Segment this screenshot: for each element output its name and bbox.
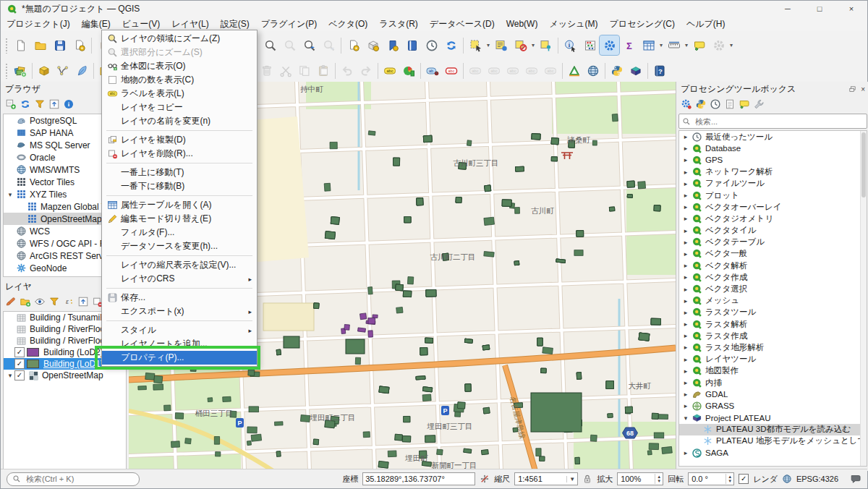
new-geojson-layer-button[interactable] (72, 61, 91, 80)
save-project-button[interactable] (50, 35, 69, 55)
tree-arrow-icon[interactable]: ▸ (681, 215, 690, 222)
python-console-button[interactable] (608, 61, 626, 80)
tree-arrow-icon[interactable]: ▸ (681, 239, 690, 246)
properties-info-button[interactable]: i (63, 98, 75, 110)
tree-arrow-icon[interactable]: ▸ (681, 180, 690, 187)
processing-item-15[interactable]: ▸ラスタツール (679, 307, 867, 318)
tree-arrow-icon[interactable]: ▸ (681, 297, 690, 305)
refresh-browser-button[interactable] (20, 98, 31, 110)
filter-by-expression-button[interactable]: ε (63, 296, 75, 307)
context-menu-item-5[interactable]: レイヤをコピー (102, 101, 257, 114)
copy-features-button[interactable] (295, 61, 314, 80)
processing-item-8[interactable]: ▸ベクタタイル (679, 225, 867, 237)
menu-item-4[interactable]: 設定(S) (215, 17, 255, 31)
zoom-next-button[interactable] (319, 35, 339, 55)
visibility-checkbox[interactable]: ✓ (14, 370, 25, 380)
tree-arrow-icon[interactable]: ▸ (681, 286, 690, 293)
redo-button[interactable] (357, 61, 375, 80)
spinner-arrows-icon[interactable]: ▲▼ (655, 474, 663, 484)
processing-item-14[interactable]: ▸メッシュ (679, 295, 867, 307)
context-menu-item-19[interactable]: スタイル▸ (102, 323, 257, 337)
context-menu-item-8[interactable]: レイヤを削除(R)... (102, 147, 257, 161)
panel-close-icon[interactable]: × (861, 85, 865, 93)
change-label-properties-button[interactable]: abc (541, 61, 560, 80)
context-menu-item-9[interactable]: 一番上に移動(T) (102, 166, 257, 179)
measure-button[interactable] (664, 35, 684, 55)
chevron-down-icon[interactable]: ▼ (566, 476, 577, 482)
context-menu-item-1[interactable]: 選択部分にズーム(S) (102, 46, 257, 59)
processing-item-27[interactable]: ▸SAGA (679, 447, 867, 459)
processing-item-5[interactable]: ▸プロット (679, 190, 867, 201)
models-button[interactable] (681, 98, 692, 110)
panel-float-icon[interactable] (848, 85, 856, 93)
layer-item-5[interactable]: ▾✓OpenStreetMap (4, 370, 126, 381)
processing-toolbox-toggle-button[interactable] (600, 35, 619, 55)
results-viewer-button[interactable] (739, 98, 750, 110)
context-menu-item-14[interactable]: データソースを変更(h)... (102, 239, 257, 253)
select-by-form-button[interactable] (491, 35, 511, 55)
zoom-last-button[interactable] (299, 35, 319, 55)
data-source-manager-button[interactable] (11, 61, 30, 80)
processing-item-20[interactable]: ▸地図製作 (679, 365, 867, 377)
identify-features-button[interactable]: i (561, 35, 580, 55)
history-button[interactable] (710, 98, 721, 110)
new-project-button[interactable] (11, 35, 30, 55)
add-group-button[interactable] (20, 296, 31, 307)
processing-item-3[interactable]: ▸ネットワーク解析 (679, 166, 867, 178)
tree-arrow-icon[interactable]: ▸ (681, 203, 690, 211)
open-layer-styling-button[interactable] (5, 296, 17, 307)
spinner-arrows-icon[interactable]: ▲▼ (726, 474, 733, 484)
tree-arrow-icon[interactable]: ▸ (681, 320, 690, 328)
context-menu-item-3[interactable]: 地物の数を表示(C) (102, 73, 257, 87)
context-menu-item-10[interactable]: 一番下に移動(B) (102, 179, 257, 193)
undo-button[interactable] (338, 61, 357, 80)
select-by-value-button[interactable] (536, 35, 556, 55)
magnifier-spin[interactable]: 100% ▲▼ (617, 472, 663, 485)
tree-arrow-icon[interactable]: ▸ (681, 262, 690, 269)
tree-arrow-icon[interactable]: ▸ (681, 133, 690, 140)
tree-arrow-icon[interactable]: ▸ (681, 449, 690, 456)
new-map-view-button[interactable] (383, 35, 402, 55)
tree-arrow-icon[interactable]: ▸ (681, 250, 690, 258)
statusbar-search[interactable] (7, 472, 140, 486)
chevron-down-icon[interactable]: ▾ (684, 42, 689, 48)
processing-item-26[interactable]: PLATEAU 地形モデルをメッシュとして読み込む (679, 435, 867, 447)
highlight-pinned-labels-button[interactable]: abc (466, 61, 485, 80)
rotate-label-button[interactable]: abc (522, 61, 541, 80)
processing-item-13[interactable]: ▸ベクタ選択 (679, 283, 867, 294)
toolbar-grip[interactable] (5, 38, 9, 54)
menu-item-12[interactable]: ヘルプ(H) (681, 17, 731, 31)
menu-item-3[interactable]: レイヤ(L) (166, 17, 215, 31)
menu-item-1[interactable]: 編集(E) (76, 17, 116, 31)
chevron-down-icon[interactable]: ▾ (485, 42, 491, 48)
chevron-down-icon[interactable]: ▾ (658, 42, 664, 48)
processing-item-7[interactable]: ▸ベクタジオメトリ (679, 213, 867, 224)
scrollbar[interactable] (860, 131, 867, 466)
open-project-button[interactable] (30, 35, 50, 55)
options-button[interactable] (753, 98, 765, 110)
select-features-button[interactable] (466, 35, 485, 55)
processing-item-12[interactable]: ▸ベクタ作成 (679, 271, 867, 283)
new-shapefile-layer-button[interactable] (54, 61, 72, 80)
plateau-plugin-button[interactable] (626, 61, 645, 80)
new-geopackage-layer-button[interactable] (35, 61, 54, 80)
context-menu-item-12[interactable]: 編集モード切り替え(E) (102, 212, 257, 226)
help-contents-button[interactable]: ? (650, 61, 669, 80)
maximize-button[interactable]: □ (804, 1, 835, 17)
menu-item-7[interactable]: ラスタ(R) (373, 17, 424, 31)
statistical-summary-button[interactable] (580, 35, 600, 55)
new-bookmark-button[interactable] (344, 35, 363, 55)
processing-item-10[interactable]: ▸ベクタ一般 (679, 248, 867, 260)
tree-arrow-icon[interactable]: ▸ (681, 402, 690, 409)
tree-arrow-icon[interactable]: ▸ (681, 379, 690, 386)
open-existing-button[interactable] (724, 98, 736, 110)
menu-item-10[interactable]: メッシュ(M) (543, 17, 603, 31)
menu-item-5[interactable]: プラグイン(P) (255, 17, 323, 31)
tree-arrow-icon[interactable]: ▸ (681, 169, 690, 176)
zoom-to-selection-button[interactable] (260, 35, 280, 55)
processing-item-11[interactable]: ▸ベクタ解析 (679, 260, 867, 271)
processing-item-16[interactable]: ▸ラスタ解析 (679, 318, 867, 330)
menu-item-6[interactable]: ベクタ(O) (323, 17, 373, 31)
menu-item-8[interactable]: データベース(D) (424, 17, 501, 31)
chevron-down-icon[interactable]: ▾ (530, 42, 536, 48)
